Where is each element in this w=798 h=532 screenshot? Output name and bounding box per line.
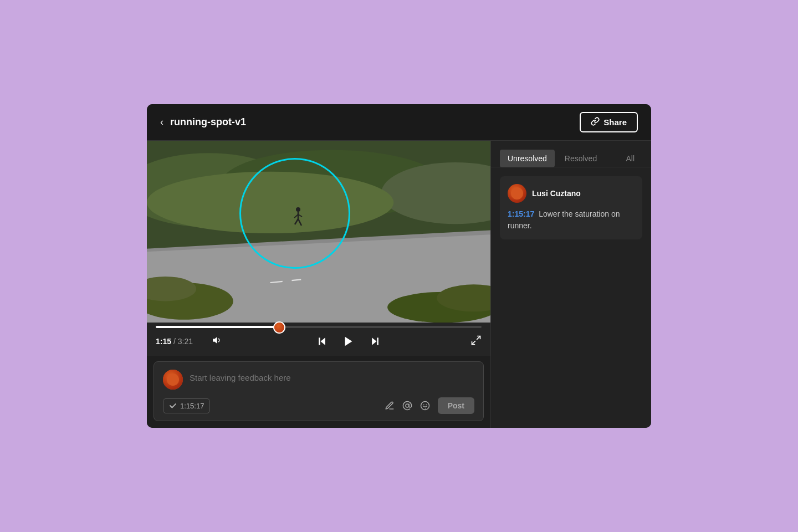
commenter-avatar bbox=[508, 184, 526, 203]
fullscreen-button[interactable] bbox=[470, 335, 482, 349]
feedback-box: Start leaving feedback here 1:15:17 bbox=[154, 361, 484, 421]
feedback-input-row: Start leaving feedback here bbox=[163, 370, 474, 390]
svg-line-25 bbox=[472, 341, 475, 344]
feedback-footer: 1:15:17 bbox=[163, 397, 474, 414]
runner-figure bbox=[292, 207, 304, 228]
post-button[interactable]: Post bbox=[438, 397, 474, 414]
svg-line-14 bbox=[295, 219, 298, 224]
video-player[interactable] bbox=[147, 141, 490, 323]
time-total: 3:21 bbox=[178, 337, 193, 346]
timestamp-value: 1:15:17 bbox=[180, 402, 204, 410]
svg-line-24 bbox=[477, 336, 480, 339]
current-user-avatar bbox=[163, 370, 183, 390]
svg-marker-21 bbox=[345, 337, 352, 346]
play-button[interactable] bbox=[341, 334, 356, 349]
feedback-input[interactable]: Start leaving feedback here bbox=[190, 370, 474, 382]
comment-timestamp[interactable]: 1:15:17 bbox=[508, 209, 534, 218]
share-label: Share bbox=[603, 117, 627, 127]
volume-button[interactable] bbox=[208, 335, 227, 347]
comment-body: 1:15:17 Lower the saturation on runner. bbox=[508, 208, 635, 232]
svg-point-12 bbox=[296, 207, 300, 212]
header: ‹ running-spot-v1 Share bbox=[147, 104, 651, 141]
file-title: running-spot-v1 bbox=[170, 116, 246, 128]
svg-rect-20 bbox=[319, 338, 320, 345]
tab-all[interactable]: All bbox=[618, 150, 642, 167]
share-icon bbox=[591, 117, 600, 127]
avatar-image bbox=[163, 370, 183, 390]
svg-marker-19 bbox=[321, 338, 325, 345]
progress-fill bbox=[156, 326, 279, 328]
video-controls: 1:15 / 3:21 bbox=[147, 323, 490, 356]
tabs-row: Unresolved Resolved All bbox=[491, 141, 651, 167]
fast-forward-button[interactable] bbox=[367, 334, 383, 349]
progress-marker bbox=[273, 321, 285, 334]
emoji-button[interactable] bbox=[420, 401, 430, 411]
svg-marker-22 bbox=[372, 338, 376, 345]
app-container: ‹ running-spot-v1 Share bbox=[147, 104, 651, 428]
commenter-username: Lusi Cuztano bbox=[532, 189, 581, 198]
draw-button[interactable] bbox=[385, 401, 395, 411]
timestamp-checkbox[interactable]: 1:15:17 bbox=[163, 398, 210, 413]
header-left: ‹ running-spot-v1 bbox=[160, 116, 246, 128]
comments-list: Lusi Cuztano 1:15:17 Lower the saturatio… bbox=[491, 167, 651, 428]
svg-point-26 bbox=[406, 404, 409, 407]
comment-header: Lusi Cuztano bbox=[508, 184, 635, 203]
feedback-actions: Post bbox=[385, 397, 474, 414]
time-display: 1:15 / 3:21 bbox=[156, 337, 206, 346]
svg-line-15 bbox=[298, 219, 301, 226]
time-separator: / bbox=[173, 337, 176, 346]
svg-marker-18 bbox=[213, 337, 217, 344]
time-current: 1:15 bbox=[156, 337, 171, 346]
mention-button[interactable] bbox=[402, 401, 412, 411]
check-icon bbox=[169, 402, 177, 410]
comment-card: Lusi Cuztano 1:15:17 Lower the saturatio… bbox=[500, 176, 642, 239]
tab-unresolved[interactable]: Unresolved bbox=[500, 150, 555, 167]
left-panel: 1:15 / 3:21 bbox=[147, 141, 490, 428]
svg-point-4 bbox=[147, 171, 393, 233]
progress-bar[interactable] bbox=[156, 326, 482, 328]
share-button[interactable]: Share bbox=[580, 112, 638, 132]
rewind-button[interactable] bbox=[314, 334, 330, 349]
svg-rect-23 bbox=[377, 338, 378, 345]
tab-resolved[interactable]: Resolved bbox=[557, 150, 605, 167]
main-content: 1:15 / 3:21 bbox=[147, 141, 651, 428]
controls-row: 1:15 / 3:21 bbox=[156, 334, 482, 349]
right-panel: Unresolved Resolved All Lusi Cuztano 1:1… bbox=[490, 141, 651, 428]
transport-buttons bbox=[227, 334, 470, 349]
video-background bbox=[147, 141, 490, 323]
back-button[interactable]: ‹ bbox=[160, 116, 163, 128]
